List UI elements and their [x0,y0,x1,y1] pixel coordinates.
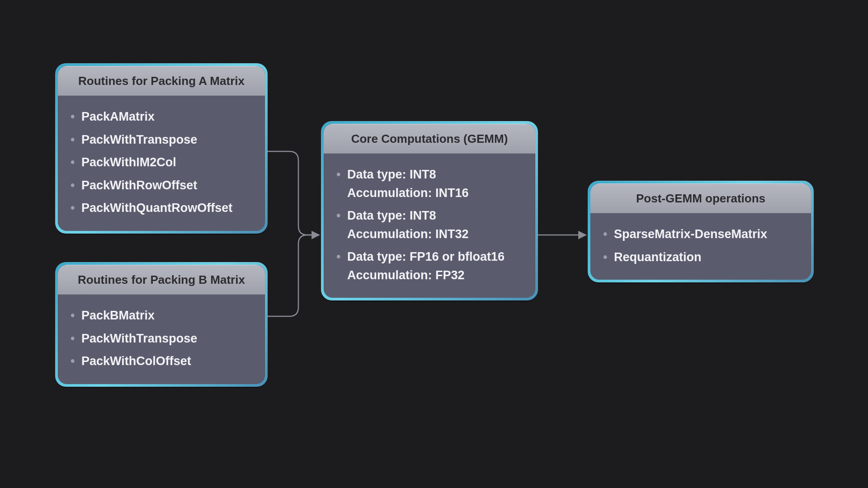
gemm-line: Data type: FP16 or bfloat16 [347,248,523,266]
gemm-line: Data type: INT8 [347,206,523,225]
diagram-canvas: Routines for Packing A Matrix PackAMatri… [0,0,868,488]
list-item: Data type: FP16 or bfloat16 Accumulation… [336,248,523,284]
box-packing-b-list: PackBMatrix PackWithTranspose PackWithCo… [71,306,252,371]
box-packing-a: Routines for Packing A Matrix PackAMatri… [55,63,268,234]
gemm-line: Accumulation: INT32 [347,225,523,244]
box-core-gemm: Core Computations (GEMM) Data type: INT8… [321,121,538,300]
gemm-line: Data type: INT8 [347,165,523,184]
box-packing-b-title: Routines for Packing B Matrix [58,265,265,295]
connector-b-to-c [268,235,319,316]
box-packing-a-list: PackAMatrix PackWithTranspose PackWithIM… [71,108,252,217]
list-item: Requantization [603,248,798,267]
gemm-line: Accumulation: FP32 [347,266,523,285]
box-packing-b: Routines for Packing B Matrix PackBMatri… [55,262,268,387]
box-core-gemm-title: Core Computations (GEMM) [324,124,535,154]
list-item: PackWithQuantRowOffset [71,199,252,217]
box-packing-a-title: Routines for Packing A Matrix [58,66,265,96]
list-item: PackWithIM2Col [71,153,252,172]
list-item: PackAMatrix [71,108,252,126]
list-item: PackWithTranspose [71,329,252,348]
box-post-gemm-list: SparseMatrix-DenseMatrix Requantization [603,225,798,266]
gemm-line: Accumulation: INT16 [347,184,523,202]
list-item: PackWithColOffset [71,352,252,371]
list-item: SparseMatrix-DenseMatrix [603,225,798,244]
box-core-gemm-list: Data type: INT8 Accumulation: INT16 Data… [336,165,523,284]
list-item: Data type: INT8 Accumulation: INT16 [336,165,523,202]
list-item: PackWithTranspose [71,131,252,149]
list-item: Data type: INT8 Accumulation: INT32 [336,206,523,243]
connector-a-to-c [268,151,319,235]
list-item: PackBMatrix [71,306,252,325]
box-post-gemm: Post-GEMM operations SparseMatrix-DenseM… [588,181,814,282]
list-item: PackWithRowOffset [71,176,252,195]
box-post-gemm-title: Post-GEMM operations [590,183,811,213]
